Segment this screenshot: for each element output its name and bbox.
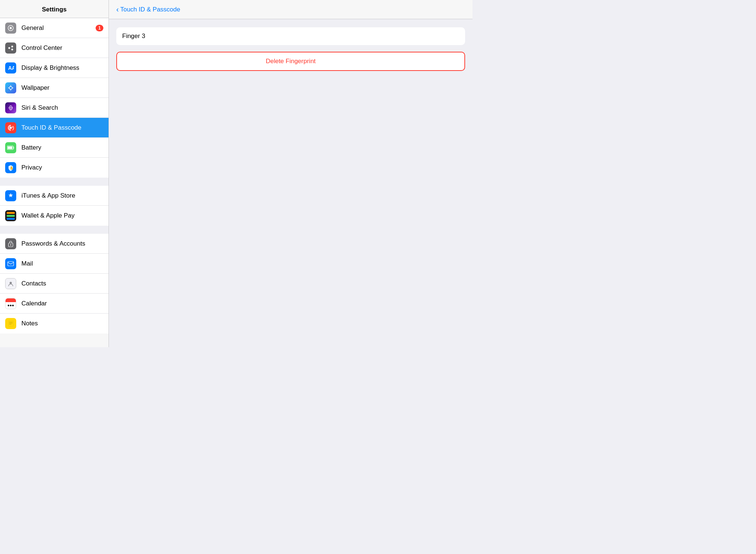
svg-point-19 [10, 244, 11, 245]
delete-fingerprint-button[interactable]: Delete Fingerprint [117, 52, 464, 70]
svg-point-4 [11, 48, 13, 50]
general-label: General [21, 24, 96, 32]
battery-label: Battery [21, 144, 103, 151]
contacts-icon [5, 278, 16, 289]
touchid-label: Touch ID & Passcode [21, 124, 103, 131]
mail-icon [5, 258, 16, 269]
general-badge: 1 [96, 25, 103, 31]
appstore-label: iTunes & App Store [21, 192, 103, 199]
general-icon [5, 23, 16, 34]
wallet-label: Wallet & Apple Pay [21, 212, 103, 219]
calendar-label: Calendar [21, 300, 103, 307]
wallet-icon [5, 210, 16, 221]
sidebar-item-calendar[interactable]: ●●● Calendar [0, 294, 109, 314]
svg-rect-16 [8, 146, 13, 149]
svg-text:AA: AA [8, 65, 14, 71]
sidebar-item-contacts[interactable]: Contacts [0, 274, 109, 294]
svg-point-14 [10, 127, 12, 129]
back-button[interactable]: ‹ Touch ID & Passcode [116, 5, 180, 14]
svg-rect-22 [8, 321, 13, 326]
sidebar-item-battery[interactable]: Battery [0, 138, 109, 158]
notes-label: Notes [21, 320, 103, 327]
svg-point-3 [11, 45, 13, 47]
sidebar-item-touchid[interactable]: Touch ID & Passcode [0, 118, 109, 138]
sidebar: Settings General 1 [0, 0, 109, 347]
sidebar-item-passwords[interactable]: Passwords & Accounts [0, 234, 109, 254]
calendar-icon: ●●● [5, 298, 16, 309]
appstore-icon [5, 190, 16, 201]
mail-label: Mail [21, 260, 103, 267]
sidebar-gap-2 [0, 226, 109, 234]
sidebar-item-general[interactable]: General 1 [0, 18, 109, 38]
privacy-icon: ✋ [5, 162, 16, 173]
delete-fingerprint-row: Delete Fingerprint [116, 52, 465, 71]
sidebar-content: General 1 Control Center AA [0, 18, 109, 347]
sidebar-gap-1 [0, 178, 109, 186]
main-content: Delete Fingerprint [109, 19, 472, 347]
finger-name-input[interactable] [116, 27, 465, 45]
contacts-label: Contacts [21, 280, 103, 287]
svg-text:✋: ✋ [10, 166, 14, 170]
sidebar-item-appstore[interactable]: iTunes & App Store [0, 186, 109, 206]
svg-point-6 [9, 86, 12, 89]
notes-icon [5, 318, 16, 329]
display-icon: AA [5, 62, 16, 73]
battery-icon [5, 142, 16, 153]
main-panel: ‹ Touch ID & Passcode Delete Fingerprint [109, 0, 472, 347]
sidebar-item-wallpaper[interactable]: Wallpaper [0, 78, 109, 98]
sidebar-section-2: iTunes & App Store Wallet & Apple Pay [0, 186, 109, 226]
svg-point-21 [10, 282, 12, 284]
sidebar-title: Settings [0, 0, 109, 18]
control-icon [5, 42, 16, 54]
sidebar-item-privacy[interactable]: ✋ Privacy [0, 158, 109, 178]
sidebar-item-notes[interactable]: Notes [0, 314, 109, 334]
sidebar-item-mail[interactable]: Mail [0, 254, 109, 274]
passwords-label: Passwords & Accounts [21, 240, 103, 247]
back-label: Touch ID & Passcode [120, 6, 181, 13]
wallpaper-label: Wallpaper [21, 84, 103, 92]
siri-icon [5, 102, 16, 113]
sidebar-item-display[interactable]: AA Display & Brightness [0, 58, 109, 78]
wallpaper-icon [5, 82, 16, 93]
siri-label: Siri & Search [21, 104, 103, 112]
main-header: ‹ Touch ID & Passcode [109, 0, 472, 19]
display-label: Display & Brightness [21, 64, 103, 72]
sidebar-section-1: General 1 Control Center AA [0, 18, 109, 178]
touchid-icon [5, 122, 16, 133]
sidebar-section-3: Passwords & Accounts Mail [0, 234, 109, 334]
back-chevron-icon: ‹ [116, 5, 119, 14]
sidebar-item-siri[interactable]: Siri & Search [0, 98, 109, 118]
svg-point-2 [8, 47, 10, 49]
control-label: Control Center [21, 44, 103, 52]
finger-name-row [116, 27, 465, 45]
sidebar-item-control[interactable]: Control Center [0, 38, 109, 58]
svg-rect-20 [8, 261, 14, 266]
passwords-icon [5, 238, 16, 249]
privacy-label: Privacy [21, 164, 103, 171]
sidebar-item-wallet[interactable]: Wallet & Apple Pay [0, 206, 109, 226]
svg-point-1 [10, 27, 12, 29]
